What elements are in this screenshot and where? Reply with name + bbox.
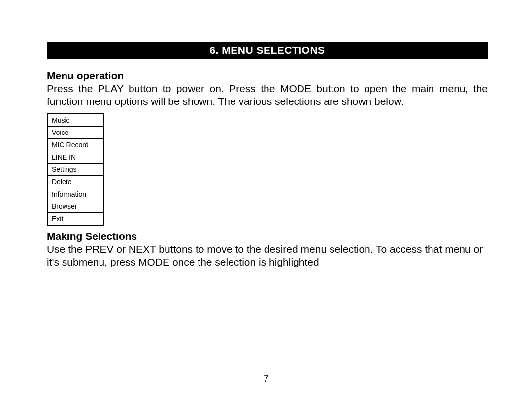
menu-item: Settings bbox=[48, 164, 103, 176]
page-content: 6. MENU SELECTIONS Menu operation Press … bbox=[0, 0, 532, 268]
menu-item: Music bbox=[48, 114, 103, 127]
menu-item: LINE IN bbox=[48, 151, 103, 164]
menu-item: Exit bbox=[48, 213, 103, 225]
menu-item: Delete bbox=[48, 176, 103, 188]
page-number: 7 bbox=[0, 372, 532, 385]
paragraph-menu-operation: Press the PLAY button to power on. Press… bbox=[47, 82, 488, 107]
section-header: 6. MENU SELECTIONS bbox=[47, 42, 488, 59]
menu-options-table: Music Voice MIC Record LINE IN Settings … bbox=[47, 113, 104, 226]
menu-item: MIC Record bbox=[48, 139, 103, 151]
menu-item: Browser bbox=[48, 200, 103, 213]
subhead-making-selections: Making Selections bbox=[47, 231, 488, 242]
menu-item: Voice bbox=[48, 127, 103, 139]
menu-item: Information bbox=[48, 188, 103, 200]
subhead-menu-operation: Menu operation bbox=[47, 70, 488, 82]
paragraph-making-selections: Use the PREV or NEXT buttons to move to … bbox=[47, 243, 488, 268]
